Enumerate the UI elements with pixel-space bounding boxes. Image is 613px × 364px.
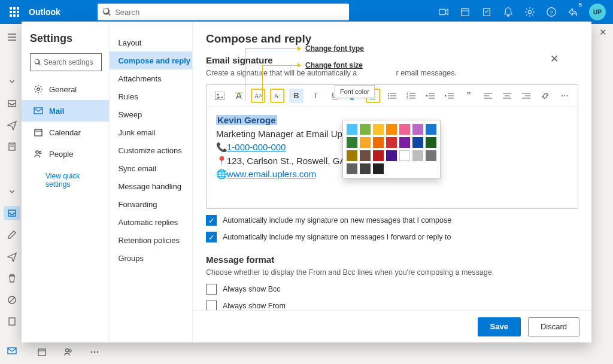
- global-search[interactable]: [98, 4, 349, 20]
- menu-retention[interactable]: Retention policies: [110, 231, 192, 249]
- color-swatch[interactable]: [373, 150, 384, 161]
- align-center-button[interactable]: [500, 89, 514, 103]
- insert-image-button[interactable]: [213, 89, 227, 103]
- nav-general[interactable]: General: [30, 78, 102, 100]
- rail-menu-icon[interactable]: [4, 30, 20, 44]
- color-swatch[interactable]: [373, 163, 384, 174]
- color-swatch[interactable]: [399, 124, 410, 135]
- align-left-button[interactable]: [481, 89, 495, 103]
- menu-sweep[interactable]: Sweep: [110, 105, 192, 123]
- color-swatch[interactable]: [412, 137, 423, 148]
- nav-people[interactable]: People: [30, 143, 102, 165]
- menu-junk[interactable]: Junk email: [110, 123, 192, 141]
- help-icon[interactable]: ?: [546, 7, 557, 17]
- color-swatch[interactable]: [347, 163, 357, 174]
- menu-layout[interactable]: Layout: [110, 34, 192, 51]
- checkbox-input[interactable]: [206, 284, 217, 295]
- notifications-icon[interactable]: [503, 7, 514, 17]
- rail-archive-icon[interactable]: [4, 206, 20, 220]
- menu-customize[interactable]: Customize actions: [110, 141, 192, 159]
- rail-sent-icon[interactable]: [4, 118, 20, 132]
- outdent-button[interactable]: [423, 89, 438, 103]
- rail-delete-icon[interactable]: [4, 271, 20, 286]
- rail-block-icon[interactable]: [4, 293, 20, 307]
- more-options-button[interactable]: ⋯: [557, 89, 572, 103]
- color-swatch[interactable]: [360, 163, 371, 174]
- settings-search[interactable]: [30, 53, 102, 71]
- color-swatch[interactable]: [347, 124, 357, 135]
- menu-forwarding[interactable]: Forwarding: [110, 195, 192, 213]
- message-format-desc: Choose whether to display the From and B…: [206, 268, 578, 277]
- color-swatch[interactable]: [399, 137, 410, 148]
- indent-button[interactable]: [442, 89, 457, 103]
- bullet-list-button[interactable]: [385, 89, 399, 103]
- color-swatch[interactable]: [412, 150, 423, 161]
- color-swatch[interactable]: [386, 137, 397, 148]
- menu-sync[interactable]: Sync email: [110, 159, 192, 177]
- color-swatch[interactable]: [386, 150, 397, 161]
- rail-tag-icon[interactable]: [4, 314, 20, 329]
- grow-font-button[interactable]: AA: [251, 89, 265, 103]
- signature-phone: 1-000-000-000: [227, 142, 286, 152]
- nav-calendar[interactable]: Calendar: [30, 122, 102, 143]
- avatar[interactable]: UP: [589, 4, 606, 20]
- menu-autoreply[interactable]: Automatic replies: [110, 213, 192, 231]
- rail-chevron-icon[interactable]: [4, 74, 20, 89]
- menu-rules[interactable]: Rules: [110, 87, 192, 105]
- color-swatch[interactable]: [426, 137, 436, 148]
- quote-button[interactable]: ”: [462, 89, 476, 103]
- discard-button[interactable]: Discard: [528, 317, 579, 336]
- rail-drafts-icon[interactable]: [4, 139, 20, 154]
- color-swatch[interactable]: [347, 137, 357, 148]
- color-swatch[interactable]: [386, 124, 397, 135]
- color-swatch[interactable]: [360, 137, 371, 148]
- checkbox-input[interactable]: ✓: [206, 232, 217, 242]
- color-swatch[interactable]: [360, 150, 371, 161]
- shrink-font-button[interactable]: A◦: [270, 89, 284, 103]
- link-button[interactable]: [538, 89, 553, 103]
- app-launcher-icon[interactable]: [5, 7, 24, 17]
- menu-attachments[interactable]: Attachments: [110, 69, 192, 87]
- rail-edit-icon[interactable]: [4, 228, 20, 242]
- rail-send-icon[interactable]: [4, 249, 20, 263]
- menu-groups[interactable]: Groups: [110, 249, 192, 267]
- rail-mail-icon[interactable]: [4, 344, 20, 358]
- checkbox-input[interactable]: ✓: [206, 215, 217, 226]
- italic-button[interactable]: I: [308, 89, 323, 103]
- color-swatch[interactable]: [347, 150, 357, 161]
- menu-compose-reply[interactable]: Compose and reply: [110, 51, 192, 69]
- number-list-button[interactable]: 123: [404, 89, 418, 103]
- calendar-icon[interactable]: [460, 7, 471, 17]
- menu-handling[interactable]: Message handling: [110, 177, 192, 195]
- annotation-font-size: Change font size: [305, 61, 363, 69]
- svg-point-44: [388, 98, 389, 99]
- svg-point-37: [217, 93, 219, 95]
- color-swatch[interactable]: [399, 150, 410, 161]
- save-button[interactable]: Save: [478, 317, 521, 336]
- font-family-button[interactable]: [232, 89, 246, 103]
- whatsnew-icon[interactable]: 5: [568, 7, 578, 17]
- bottom-more-icon[interactable]: [90, 347, 99, 359]
- color-swatch[interactable]: [373, 124, 384, 135]
- color-swatch[interactable]: [412, 124, 423, 135]
- panel-close-icon[interactable]: ✕: [599, 27, 607, 38]
- global-search-input[interactable]: [115, 8, 344, 17]
- bottom-people-icon[interactable]: [63, 347, 73, 359]
- rail-inbox-icon[interactable]: [4, 96, 20, 111]
- checkbox-label: Automatically include my signature on ne…: [223, 216, 451, 225]
- color-swatch[interactable]: [426, 150, 436, 161]
- checkbox-input[interactable]: [206, 301, 217, 310]
- bottom-calendar-icon[interactable]: [37, 347, 47, 359]
- tasks-icon[interactable]: [481, 7, 492, 17]
- nav-mail[interactable]: Mail: [22, 100, 109, 122]
- color-swatch[interactable]: [426, 124, 436, 135]
- align-right-button[interactable]: [519, 89, 533, 103]
- color-swatch[interactable]: [360, 124, 371, 135]
- view-quick-settings-link[interactable]: View quick settings: [45, 172, 102, 189]
- meet-now-icon[interactable]: [438, 7, 449, 17]
- rail-chevron2-icon[interactable]: [4, 184, 20, 199]
- bold-button[interactable]: B: [289, 89, 304, 103]
- settings-icon[interactable]: [524, 7, 535, 17]
- color-swatch[interactable]: [373, 137, 384, 148]
- settings-search-input[interactable]: [44, 58, 98, 66]
